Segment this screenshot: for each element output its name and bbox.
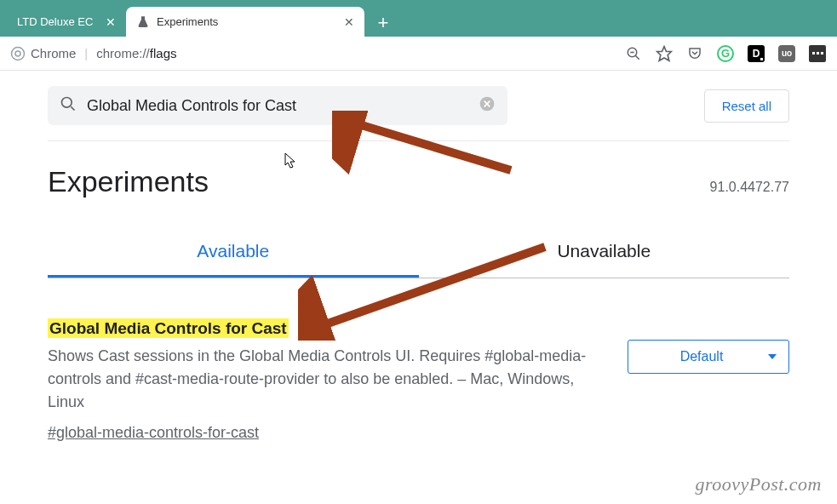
address-bar: Chrome | chrome://flags G D uo (0, 37, 837, 71)
tab-available[interactable]: Available (48, 227, 419, 278)
flag-info: Global Media Controls for Cast Shows Cas… (48, 319, 628, 442)
flask-icon (136, 15, 150, 29)
search-row: Reset all (48, 71, 789, 141)
svg-line-3 (635, 55, 639, 60)
extension-icon[interactable] (808, 44, 827, 63)
clear-icon[interactable] (479, 95, 496, 116)
svg-marker-5 (657, 46, 672, 60)
chrome-label: Chrome (31, 46, 76, 60)
chrome-icon (10, 46, 26, 61)
browser-tab-strip: LTD Deluxe EC ✕ Experiments ✕ + (0, 0, 837, 37)
pocket-icon[interactable] (685, 44, 704, 63)
darkreader-icon[interactable]: D (747, 44, 765, 63)
svg-point-6 (62, 98, 72, 108)
url-prefix: chrome:// (96, 46, 150, 60)
address-separator: | (84, 46, 88, 60)
browser-tab-inactive[interactable]: LTD Deluxe EC ✕ (7, 7, 126, 37)
svg-point-0 (12, 47, 25, 60)
search-icon (60, 95, 77, 116)
url-path: flags (150, 46, 177, 60)
grammarly-icon[interactable]: G (716, 44, 735, 63)
flag-tabs: Available Unavailable (48, 227, 789, 278)
title-row: Experiments 91.0.4472.77 (48, 141, 789, 205)
page-title: Experiments (48, 165, 209, 198)
flag-title: Global Media Controls for Cast (48, 318, 289, 338)
search-box[interactable] (48, 86, 507, 125)
zoom-icon[interactable] (624, 44, 643, 63)
close-icon[interactable]: ✕ (106, 15, 116, 29)
flag-id-link[interactable]: #global-media-controls-for-cast (48, 424, 259, 442)
new-tab-button[interactable]: + (371, 11, 395, 35)
reset-all-button[interactable]: Reset all (704, 89, 789, 123)
version-text: 91.0.4472.77 (710, 180, 789, 195)
svg-point-1 (15, 51, 20, 56)
search-input[interactable] (87, 97, 479, 115)
page-content: Reset all Experiments 91.0.4472.77 Avail… (0, 71, 837, 442)
tab-title: Experiments (157, 15, 334, 28)
browser-tab-active[interactable]: Experiments ✕ (126, 7, 364, 37)
svg-line-7 (71, 106, 74, 110)
flag-state-select[interactable]: Default (628, 340, 789, 374)
close-icon[interactable]: ✕ (344, 15, 354, 29)
star-icon[interactable] (655, 44, 674, 63)
tab-unavailable[interactable]: Unavailable (419, 227, 790, 278)
tab-title: LTD Deluxe EC (17, 15, 95, 28)
ublock-icon[interactable]: uo (777, 44, 796, 63)
flag-item: Global Media Controls for Cast Shows Cas… (48, 278, 789, 442)
watermark: groovyPost.com (695, 473, 822, 495)
flag-description: Shows Cast sessions in the Global Media … (48, 345, 602, 414)
